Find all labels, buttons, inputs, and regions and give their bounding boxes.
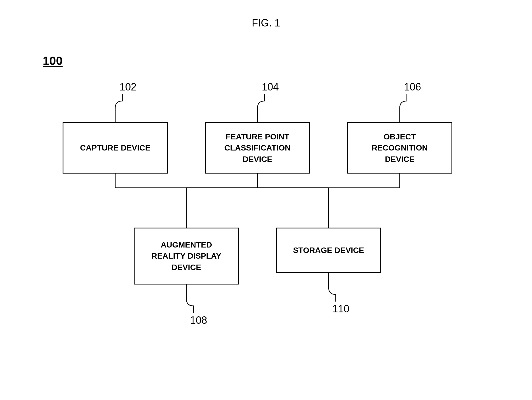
ref-106: 106 bbox=[404, 81, 421, 93]
ar-display-box: AUGMENTEDREALITY DISPLAYDEVICE bbox=[134, 228, 239, 284]
storage-device-label: STORAGE DEVICE bbox=[293, 245, 364, 256]
feature-point-box: FEATURE POINTCLASSIFICATIONDEVICE bbox=[205, 122, 310, 174]
diagram-lines bbox=[0, 0, 532, 400]
diagram-container: FIG. 1 100 bbox=[0, 0, 532, 400]
system-label: 100 bbox=[43, 54, 63, 68]
storage-device-box: STORAGE DEVICE bbox=[276, 228, 381, 273]
ref-104: 104 bbox=[262, 81, 279, 93]
figure-title: FIG. 1 bbox=[252, 17, 280, 29]
ref-102: 102 bbox=[119, 81, 137, 93]
object-recognition-box: OBJECTRECOGNITIONDEVICE bbox=[347, 122, 452, 174]
ar-display-label: AUGMENTEDREALITY DISPLAYDEVICE bbox=[151, 239, 221, 273]
capture-device-box: CAPTURE DEVICE bbox=[63, 122, 168, 174]
capture-device-label: CAPTURE DEVICE bbox=[80, 142, 150, 153]
feature-point-label: FEATURE POINTCLASSIFICATIONDEVICE bbox=[224, 131, 291, 165]
ref-110: 110 bbox=[332, 303, 349, 315]
object-recognition-label: OBJECTRECOGNITIONDEVICE bbox=[372, 131, 428, 165]
ref-108: 108 bbox=[190, 314, 207, 326]
